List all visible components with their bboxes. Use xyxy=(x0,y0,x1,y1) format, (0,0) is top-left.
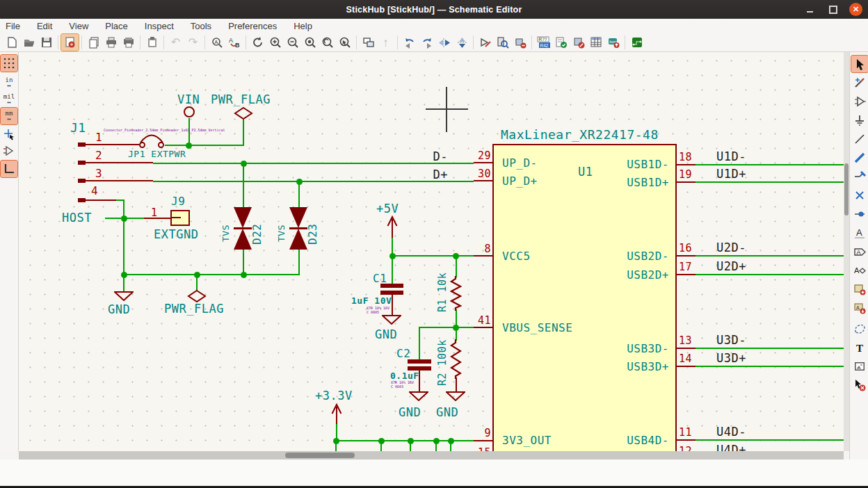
p5v-arrow-symbol[interactable] xyxy=(387,215,398,236)
junction-dot[interactable] xyxy=(453,325,459,331)
net-label-icon[interactable]: A xyxy=(851,225,868,241)
junction-dot[interactable] xyxy=(186,143,192,149)
crosshair-cursor-icon[interactable] xyxy=(1,126,17,143)
junction-dot[interactable] xyxy=(241,272,247,278)
close-button[interactable]: ✕ xyxy=(849,3,862,16)
tvs-diode-d23[interactable] xyxy=(289,229,307,250)
net-label-u4dm[interactable]: U4D- xyxy=(716,425,746,439)
pin-line[interactable] xyxy=(86,162,153,163)
units-mm-icon[interactable]: mm↔ xyxy=(1,108,17,124)
menu-tools[interactable]: Tools xyxy=(191,21,211,31)
symbol-library-browser-icon[interactable] xyxy=(494,34,511,51)
bus-entry-icon[interactable] xyxy=(851,168,868,185)
find-replace-icon[interactable]: AB xyxy=(225,34,243,51)
horizontal-scrollbar[interactable] xyxy=(19,451,844,459)
wire[interactable] xyxy=(696,274,844,275)
edit-footprint-links-icon[interactable] xyxy=(511,34,529,51)
c1-value[interactable]: 1uF 10V xyxy=(351,295,392,306)
redo-icon[interactable]: ↷ xyxy=(184,34,202,51)
mirror-horizontal-icon[interactable] xyxy=(435,34,453,51)
draw-shape-icon[interactable] xyxy=(851,320,868,337)
tvs-diode-d22[interactable] xyxy=(234,207,252,228)
junction-dot[interactable] xyxy=(333,438,339,444)
zoom-in-icon[interactable] xyxy=(266,34,284,51)
horizontal-scrollbar-thumb[interactable] xyxy=(285,453,355,458)
net-label-dp[interactable]: D+ xyxy=(415,168,448,181)
erc-icon[interactable] xyxy=(552,34,570,51)
gnd-c2-label[interactable]: GND xyxy=(399,405,421,419)
pwr-flag-top-symbol[interactable] xyxy=(234,106,253,122)
pin-line[interactable] xyxy=(474,162,492,163)
page-settings-icon[interactable] xyxy=(85,34,102,51)
hierarchical-sheet-icon[interactable] xyxy=(851,281,868,298)
jp1-label[interactable]: JP1 EXTPWR xyxy=(128,149,186,159)
net-label-u1dm[interactable]: U1D- xyxy=(716,149,746,163)
net-label-u1dp[interactable]: U1D+ xyxy=(716,167,746,181)
ic-library-name[interactable]: MaxLinear_XR22417-48 xyxy=(501,127,659,142)
symbol-fields-table-icon[interactable] xyxy=(587,34,604,51)
pwr-flag-top-label[interactable]: PWR_FLAG xyxy=(211,92,271,106)
wire[interactable] xyxy=(188,118,190,146)
wire[interactable] xyxy=(124,274,300,275)
zoom-selection-icon[interactable] xyxy=(336,34,353,51)
junction-dot[interactable] xyxy=(296,179,303,185)
open-schematic-icon[interactable] xyxy=(20,34,38,51)
c1-reference[interactable]: C1 xyxy=(373,272,387,285)
capacitor-c1[interactable] xyxy=(380,291,403,295)
zoom-out-icon[interactable] xyxy=(284,34,301,51)
d22-reference[interactable]: D22 xyxy=(250,207,264,245)
gnd-symbol[interactable] xyxy=(114,291,134,301)
junction-dot[interactable] xyxy=(448,438,454,444)
pin-line[interactable] xyxy=(392,295,393,316)
undo-icon[interactable]: ↶ xyxy=(167,34,184,51)
pin-line[interactable] xyxy=(86,144,139,145)
plot-icon[interactable] xyxy=(120,34,137,51)
j9-value[interactable]: EXTGND xyxy=(154,227,198,241)
minimize-button[interactable] xyxy=(803,3,817,16)
wire[interactable] xyxy=(696,255,844,257)
menu-place[interactable]: Place xyxy=(105,21,128,31)
hierarchical-label-icon[interactable]: A xyxy=(851,262,868,279)
j9-reference[interactable]: J9 xyxy=(171,195,185,208)
new-schematic-icon[interactable] xyxy=(3,34,20,51)
wire[interactable] xyxy=(419,327,420,359)
d23-reference[interactable]: D23 xyxy=(306,207,319,245)
wire[interactable] xyxy=(243,163,244,207)
draw-bus-icon[interactable] xyxy=(851,149,868,166)
pin-line[interactable] xyxy=(677,255,696,257)
gnd-left-label[interactable]: GND xyxy=(108,302,130,316)
junction-dot[interactable] xyxy=(194,272,200,278)
p3v3-label[interactable]: +3.3V xyxy=(315,389,353,402)
junction-dot[interactable] xyxy=(241,161,247,167)
zoom-fit-icon[interactable] xyxy=(301,34,319,51)
junction-dot[interactable] xyxy=(378,438,385,444)
pin-line[interactable] xyxy=(677,274,696,275)
place-image-icon[interactable] xyxy=(851,358,868,375)
menu-preferences[interactable]: Preferences xyxy=(228,21,277,31)
vin-symbol[interactable] xyxy=(184,106,195,117)
save-icon[interactable] xyxy=(38,34,55,51)
gnd-symbol[interactable] xyxy=(409,391,428,401)
wire[interactable] xyxy=(392,255,474,257)
net-label-dm[interactable]: D- xyxy=(415,149,448,163)
menu-edit[interactable]: Edit xyxy=(37,21,52,31)
pin-line[interactable] xyxy=(677,164,696,165)
net-label-u2dp[interactable]: U2D+ xyxy=(716,259,746,273)
hierarchy-navigator-icon[interactable] xyxy=(360,34,377,51)
wire[interactable] xyxy=(298,250,300,275)
highlight-net-icon[interactable] xyxy=(851,74,868,91)
wire[interactable] xyxy=(165,145,243,146)
pin-line[interactable] xyxy=(86,200,116,201)
rotate-ccw-icon[interactable] xyxy=(401,34,418,51)
pin-line[interactable] xyxy=(474,180,492,181)
pin-line[interactable] xyxy=(474,440,492,441)
open-pcb-editor-icon[interactable] xyxy=(628,34,645,51)
grid-toggle-icon[interactable] xyxy=(1,55,17,72)
net-label-u4dp[interactable]: U4D+ xyxy=(716,443,746,451)
wire[interactable] xyxy=(392,256,393,284)
menu-help[interactable]: Help xyxy=(294,21,312,31)
resistor-r2[interactable] xyxy=(450,339,462,379)
schematic-setup-icon[interactable] xyxy=(61,34,79,51)
wire[interactable] xyxy=(419,327,474,328)
d22-value[interactable]: TVS xyxy=(220,209,231,242)
